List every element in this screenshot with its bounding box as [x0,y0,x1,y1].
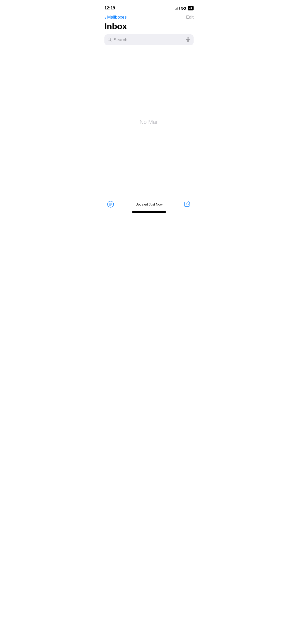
page-title: Inbox [104,21,127,31]
network-type: 5G [181,6,186,10]
toolbar-status-text: Updated Just Now [136,202,162,206]
microphone-icon[interactable] [185,37,191,43]
home-indicator-bar [132,211,166,213]
status-time: 12:19 [104,6,115,11]
search-icon [107,37,112,42]
search-container [99,34,199,49]
signal-bar-4 [179,7,180,10]
toolbar-content: Updated Just Now [99,198,199,210]
svg-rect-2 [187,37,189,40]
signal-bar-1 [175,9,176,10]
nav-bar: ‹ Mailboxes Edit [99,13,199,21]
home-indicator [99,210,199,215]
toolbar-status: Updated Just Now [115,202,183,207]
back-button[interactable]: ‹ Mailboxes [104,15,127,20]
signal-bar-2 [176,8,177,10]
signal-bar-3 [178,7,178,10]
battery-indicator: 74 [188,6,194,10]
status-bar: 12:19 5G 74 [99,0,199,13]
battery-level: 74 [189,6,192,10]
svg-line-1 [110,40,112,41]
page-title-section: Inbox [99,21,199,34]
empty-state: No Mail [134,49,164,195]
main-content: No Mail [99,49,199,195]
signal-bars [175,7,180,10]
status-right: 5G 74 [175,6,194,10]
back-label: Mailboxes [107,15,127,20]
bottom-toolbar: Updated Just Now [99,198,199,215]
compose-button[interactable] [183,200,192,208]
filter-button[interactable] [106,200,115,208]
empty-state-message: No Mail [140,119,159,125]
search-bar[interactable] [104,34,194,45]
edit-button[interactable]: Edit [186,15,194,20]
search-input[interactable] [114,37,183,42]
chevron-left-icon: ‹ [104,15,106,20]
